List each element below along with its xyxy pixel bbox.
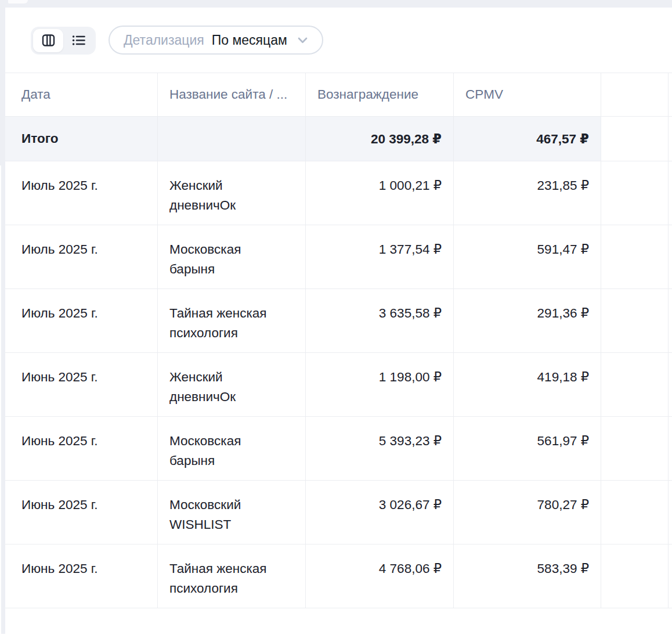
reward-cell: 3 635,58 ₽ — [306, 289, 454, 352]
table-row: Июль 2025 г. Женский дневничОк 1 000,21 … — [5, 161, 672, 225]
column-header-reward[interactable]: Вознаграждение — [306, 73, 454, 116]
column-header-date[interactable]: Дата — [5, 73, 158, 116]
date-cell: Июль 2025 г. — [5, 225, 158, 288]
column-header-cpmv[interactable]: CPMV — [454, 73, 601, 116]
cpmv-cell: 780,27 ₽ — [454, 481, 601, 544]
site-cell: Московская барыня — [158, 417, 306, 480]
page-background-band — [0, 0, 672, 8]
cpmv-cell: 291,36 ₽ — [454, 289, 601, 352]
site-cell: Женский дневничОк — [158, 353, 306, 416]
table-row: Июль 2025 г. Московская барыня 1 377,54 … — [5, 225, 672, 289]
column-header-edge — [669, 73, 672, 116]
table-row: Июль 2025 г. Тайная женская психология 3… — [5, 289, 672, 353]
site-cell: Женский дневничОк — [158, 161, 306, 225]
total-row: Итого 20 399,28 ₽ 467,57 ₽ — [5, 117, 672, 161]
table-row: Июнь 2025 г. Женский дневничОк 1 198,00 … — [5, 353, 672, 417]
site-cell: Московский WISHLIST — [158, 481, 306, 544]
left-gutter — [1, 0, 5, 634]
total-site-cell — [158, 117, 306, 161]
table-row: Июнь 2025 г. Тайная женская психология 4… — [5, 544, 672, 608]
grouped-list-view-button[interactable] — [63, 29, 93, 52]
table-row: Июнь 2025 г. Московская барыня 5 393,23 … — [5, 417, 672, 481]
date-cell: Июль 2025 г. — [5, 289, 158, 352]
detalization-dropdown[interactable]: Детализация По месяцам — [109, 26, 323, 55]
column-header-label: Дата — [21, 87, 50, 102]
column-header-label: Вознаграждение — [317, 87, 418, 102]
left-gutter-top — [0, 0, 1, 165]
column-header-label: Название сайта / ... — [169, 87, 287, 102]
reward-cell: 1 377,54 ₽ — [306, 225, 454, 288]
reward-cell: 1 198,00 ₽ — [306, 353, 454, 416]
grouped-list-icon — [71, 33, 86, 48]
date-cell: Июнь 2025 г. — [5, 417, 158, 480]
reward-cell: 4 768,06 ₽ — [306, 544, 454, 608]
site-cell: Московская барыня — [158, 225, 306, 288]
date-cell: Июнь 2025 г. — [5, 544, 158, 608]
column-header-empty — [601, 73, 669, 116]
statistics-card: Детализация По месяцам Дата Название сай… — [5, 8, 672, 642]
cpmv-cell: 583,39 ₽ — [454, 544, 601, 608]
date-cell: Июль 2025 г. — [5, 161, 158, 225]
date-cell: Июнь 2025 г. — [5, 481, 158, 544]
reward-cell: 5 393,23 ₽ — [306, 417, 454, 480]
cpmv-cell: 231,85 ₽ — [454, 161, 601, 225]
cpmv-cell: 419,18 ₽ — [454, 353, 601, 416]
statistics-table: Дата Название сайта / ... Вознаграждение… — [5, 73, 672, 608]
total-label-cell: Итого — [5, 117, 158, 161]
cpmv-cell: 591,47 ₽ — [454, 225, 601, 288]
date-cell: Июнь 2025 г. — [5, 353, 158, 416]
site-cell: Тайная женская психология — [158, 544, 306, 608]
column-header-label: CPMV — [465, 87, 503, 102]
columns-view-button[interactable] — [33, 29, 63, 52]
detalization-label: Детализация — [124, 34, 204, 47]
total-cpmv-cell: 467,57 ₽ — [454, 117, 601, 161]
reward-cell: 3 026,67 ₽ — [306, 481, 454, 544]
chevron-down-icon — [296, 34, 309, 47]
table-row: Июнь 2025 г. Московский WISHLIST 3 026,6… — [5, 481, 672, 544]
card-above-corner — [8, 0, 28, 3]
total-reward-cell: 20 399,28 ₽ — [306, 117, 454, 161]
site-cell: Тайная женская психология — [158, 289, 306, 352]
column-header-site[interactable]: Название сайта / ... — [158, 73, 306, 116]
detalization-value: По месяцам — [212, 34, 287, 47]
table-header-row: Дата Название сайта / ... Вознаграждение… — [5, 73, 672, 117]
reward-cell: 1 000,21 ₽ — [306, 161, 454, 225]
table-toolbar: Детализация По месяцам — [31, 26, 323, 55]
cpmv-cell: 561,97 ₽ — [454, 417, 601, 480]
view-switcher — [31, 27, 96, 55]
columns-icon — [41, 33, 56, 48]
